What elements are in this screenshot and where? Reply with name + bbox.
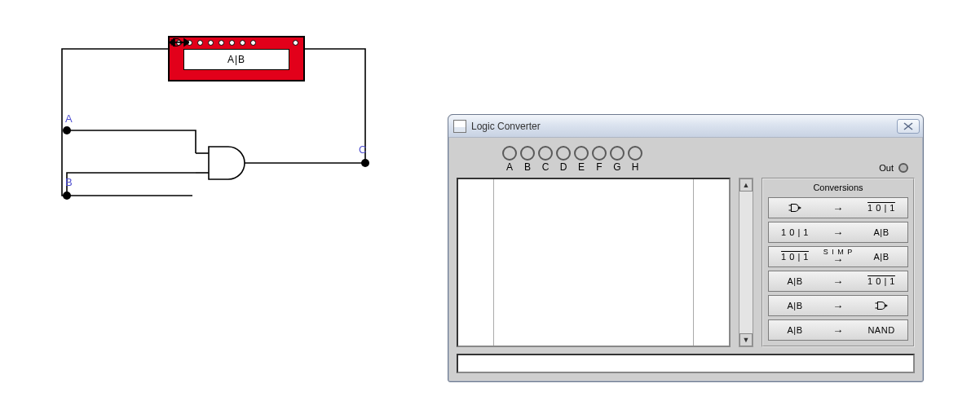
close-button[interactable] [897, 119, 920, 134]
gate-icon [874, 301, 889, 310]
conv-table-to-expr-button[interactable]: 1 0 | 1 → A|B [768, 222, 908, 243]
scroll-down-icon[interactable]: ▼ [739, 333, 753, 346]
conversions-panel: Conversions → 1 0 | 1 1 0 | 1 → A|B 1 0 … [761, 178, 915, 347]
component-pins [170, 37, 303, 46]
window-title: Logic Converter [471, 121, 541, 132]
input-c[interactable] [538, 146, 553, 161]
input-g[interactable] [610, 146, 625, 161]
input-b[interactable] [520, 146, 535, 161]
truth-table-area[interactable] [457, 178, 731, 347]
node-b [63, 192, 71, 200]
svg-marker-3 [184, 39, 189, 46]
label-c: C [359, 143, 366, 156]
titlebar[interactable]: Logic Converter [448, 115, 923, 138]
label-b: B [65, 176, 73, 188]
input-h[interactable] [628, 146, 642, 161]
input-terminals: A B C D E F G H [502, 146, 642, 173]
conv-expr-to-gate-button[interactable]: A|B → [768, 295, 908, 316]
gate-icon [788, 203, 802, 213]
arrow-right-icon: → [832, 202, 844, 214]
input-a[interactable] [502, 146, 517, 161]
arrow-right-icon: → [832, 300, 844, 312]
truth-table-scrollbar[interactable]: ▲ ▼ [739, 178, 753, 347]
double-arrow-icon [170, 37, 189, 47]
arrow-right-icon: → [832, 257, 844, 263]
label-a: A [65, 112, 73, 125]
arrow-right-icon: → [832, 324, 844, 337]
component-label-box: A|B [183, 49, 289, 70]
conv-expr-to-table-button[interactable]: A|B → 1 0 | 1 [768, 271, 908, 292]
circuit-schematic: A B C A|B [46, 16, 380, 212]
node-a [63, 126, 71, 134]
window-body: A B C D E F G H Out ▲ ▼ [448, 138, 923, 381]
svg-marker-2 [170, 39, 174, 46]
output-terminal: Out [879, 163, 908, 173]
arrow-right-icon: → [832, 227, 844, 239]
inputs-row: A B C D E F G H Out [457, 144, 915, 178]
input-e[interactable] [574, 146, 589, 161]
close-icon [903, 122, 914, 130]
window-icon [453, 120, 466, 133]
conv-expr-to-nand-button[interactable]: A|B → NAND [768, 319, 908, 341]
logic-converter-window: Logic Converter A B C D E F G H [448, 114, 924, 382]
component-label-text: A|B [227, 54, 245, 65]
output-dot[interactable] [898, 163, 908, 173]
and-gate-icon [209, 147, 245, 179]
out-label: Out [879, 163, 894, 173]
node-c [361, 159, 369, 167]
input-d[interactable] [556, 146, 571, 161]
expression-input[interactable] [457, 354, 915, 373]
conversions-title: Conversions [768, 183, 908, 192]
conv-gate-to-table-button[interactable]: → 1 0 | 1 [768, 197, 908, 218]
input-f[interactable] [592, 146, 607, 161]
arrow-right-icon: → [832, 275, 844, 288]
conv-table-simp-expr-button[interactable]: 1 0 | 1 S I M P → A|B [768, 246, 908, 267]
scroll-up-icon[interactable]: ▲ [739, 178, 753, 192]
logic-converter-component[interactable]: A|B [168, 36, 305, 81]
